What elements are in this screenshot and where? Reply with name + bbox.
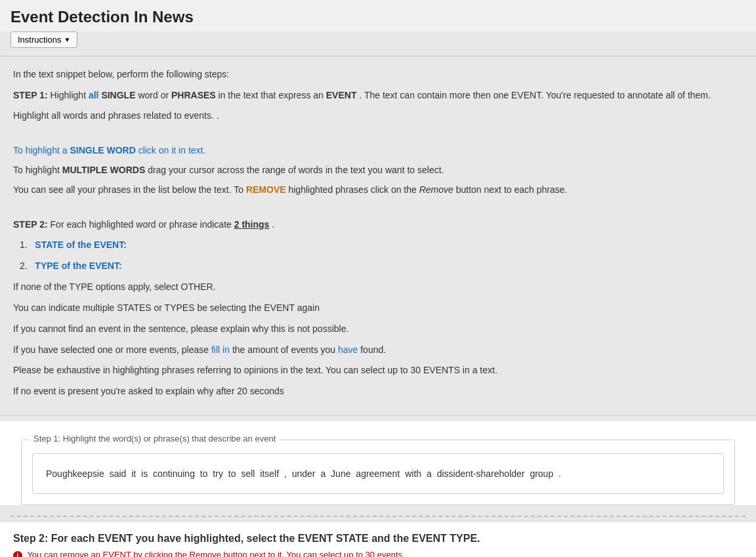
list-num-2: 2. [20, 260, 32, 271]
step1-label: STEP 1: [13, 90, 48, 100]
note4-text2: the amount of events you [232, 344, 338, 355]
highlight-multiple-line: To highlight MULTIPLE WORDS drag your cu… [13, 163, 743, 177]
list-item-2-text: TYPE of the EVENT: [35, 260, 121, 271]
note3: If you cannot find an event in the sente… [13, 321, 743, 337]
highlight-multiple-text: To highlight [13, 165, 62, 175]
highlight-single-text2: click on it in text. [138, 145, 206, 155]
highlight-see-line: You can see all your phrases in the list… [13, 182, 743, 197]
note1: If none of the TYPE options apply, selec… [13, 279, 743, 295]
highlight-remove-link: REMOVE [246, 184, 286, 195]
highlight-see-text: You can see all your phrases in the list… [13, 184, 246, 195]
step2-paragraph: STEP 2: For each highlighted word or phr… [13, 217, 743, 232]
note4: If you have selected one or more events,… [13, 342, 743, 358]
text-snippet[interactable]: Poughkeepsie said it is continuing to tr… [32, 453, 724, 494]
list-item-1: 1. STATE of the EVENT: [20, 237, 743, 252]
note6: If no event is present you're asked to e… [13, 384, 743, 400]
info-icon: i [13, 551, 22, 557]
step2-main-header: Step 2: For each EVENT you have highligh… [13, 533, 743, 545]
step1-phrases: PHRASES [171, 90, 216, 100]
note4-text3: found. [360, 344, 386, 355]
step1-text4: in the text that express an [219, 90, 326, 100]
step1-highlight-line: Highlight all words and phrases related … [13, 108, 743, 123]
note4-have: have [338, 344, 358, 355]
instructions-panel: In the text snippet below, perform the f… [0, 56, 756, 416]
step2-text: For each highlighted word or phrase indi… [51, 219, 234, 230]
step2-section: Step 2: For each EVENT you have highligh… [0, 522, 756, 557]
note5: Please be exhaustive in highlighting phr… [13, 363, 743, 379]
step2-text2: . [272, 219, 274, 230]
step2-label: STEP 2: [13, 219, 48, 230]
remove-info-text: You can remove an EVENT by clicking the … [27, 550, 404, 557]
highlight-see-text3: button next to each phrase. [456, 184, 568, 195]
highlight-remove-italic: Remove [419, 184, 453, 195]
highlight-multiple-word: MULTIPLE WORDS [62, 165, 146, 175]
note2: You can indicate multiple STATES or TYPE… [13, 300, 743, 316]
highlight-single-text: To highlight a [13, 145, 70, 155]
list-num-1: 1. [20, 239, 32, 250]
highlight-multiple-text2: drag your cursor across the range of wor… [148, 165, 444, 175]
step1-text: Highlight [51, 90, 89, 100]
instructions-toggle-button[interactable]: Instructions ▼ [10, 31, 77, 48]
instructions-button-label: Instructions [18, 35, 61, 45]
note3-text1: If you cannot find an event in the sente… [13, 323, 348, 334]
step1-event: EVENT [326, 90, 357, 100]
notes-block: If none of the TYPE options apply, selec… [13, 279, 743, 400]
step1-all: all [89, 90, 99, 100]
remove-info: i You can remove an EVENT by clicking th… [13, 550, 743, 557]
list-item-2: 2. TYPE of the EVENT: [20, 258, 743, 273]
instructions-caret-icon: ▼ [64, 36, 70, 43]
page-title: Event Detection In News [0, 0, 756, 31]
step2-list: 1. STATE of the EVENT: 2. TYPE of the EV… [20, 237, 743, 274]
highlight-see-text2: highlighted phrases click on the [288, 184, 419, 195]
note4-text1: If you have selected one or more events,… [13, 344, 211, 355]
dashed-divider [10, 516, 746, 517]
step1-single: SINGLE [101, 90, 135, 100]
step1-legend: Step 1: Highlight the word(s) or phrase(… [30, 434, 280, 444]
highlight-single-line: To highlight a SINGLE WORD click on it i… [13, 143, 743, 157]
note4-fillin: fill in [211, 344, 230, 355]
list-item-1-text: STATE of the EVENT: [35, 239, 126, 250]
step1-text5: . The text can contain more then one EVE… [359, 90, 711, 100]
highlight-single-word: SINGLE WORD [70, 145, 135, 155]
step2-2things: 2 things [234, 219, 270, 230]
step1-paragraph: STEP 1: Highlight all SINGLE word or PHR… [13, 88, 743, 102]
step1-section: Step 1: Highlight the word(s) or phrase(… [21, 440, 735, 505]
instructions-intro: In the text snippet below, perform the f… [13, 67, 743, 81]
step1-text3: word or [138, 90, 171, 100]
